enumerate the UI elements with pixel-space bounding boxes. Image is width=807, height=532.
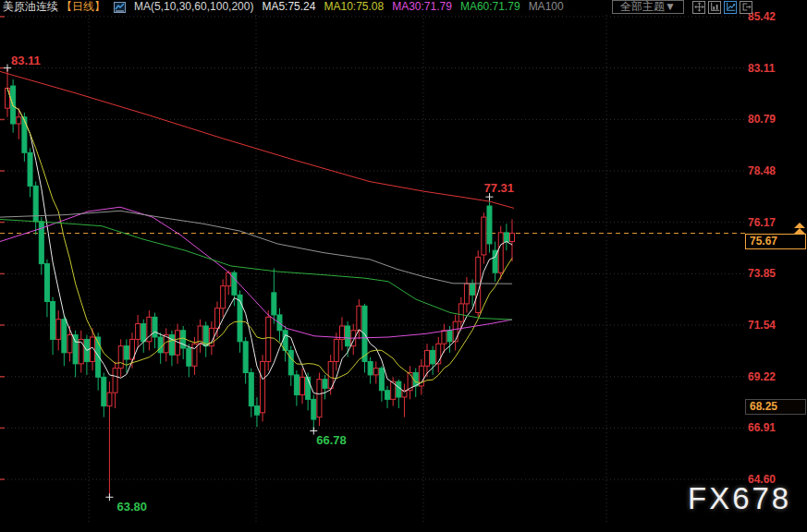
axis-label: 64.60	[748, 473, 776, 486]
extreme-label: 83.11	[11, 54, 41, 67]
axis-label: 83.11	[748, 62, 775, 75]
extreme-label: 77.31	[483, 181, 514, 195]
annotations: 83.1177.3166.7863.80	[4, 54, 514, 514]
price-chart-canvas[interactable]: 83.1177.3166.7863.80	[0, 0, 807, 532]
axis-label: 76.17	[748, 216, 776, 229]
ma-line-MA60	[0, 220, 512, 320]
axis-label: 69.22	[748, 370, 776, 383]
extreme-label: 63.80	[116, 500, 147, 514]
current-price-tag: 75.67	[745, 234, 806, 249]
legend-item: MA5:75.24	[262, 0, 315, 14]
ma-line-MA10	[7, 89, 512, 383]
axis-chart-icon[interactable]	[708, 1, 721, 14]
axis-label: 71.54	[748, 319, 776, 332]
axis-label: 78.48	[748, 164, 776, 177]
exit-chart-icon[interactable]	[740, 1, 752, 14]
settlement-price-tag: 68.25	[745, 399, 806, 415]
line-chart-icon[interactable]	[724, 1, 737, 14]
axis-label: 80.79	[748, 113, 776, 126]
axis-label: 66.91	[748, 421, 776, 434]
chart-header: 美原油连续【日线】 MA(5,10,30,60,100,200) MA5:75.…	[0, 0, 807, 14]
ma-legend: MA5:75.24MA10:75.08MA30:71.79MA60:71.79M…	[262, 0, 563, 14]
chart-app: 83.1177.3166.7863.80 美原油连续【日线】 MA(5,10,3…	[0, 0, 807, 532]
legend-item: MA100	[529, 0, 564, 14]
symbol-title: 美原油连续	[3, 0, 58, 14]
theme-dropdown[interactable]: 全部主题▼	[612, 0, 684, 14]
candles	[6, 68, 515, 498]
period-label: 【日线】	[61, 0, 105, 14]
move-icon[interactable]	[692, 1, 705, 14]
toolbar	[692, 1, 752, 14]
legend-item: MA30:71.79	[392, 0, 452, 14]
indicator-icon	[114, 2, 126, 13]
ma-line-MA200	[0, 71, 514, 208]
legend-item: MA10:75.08	[324, 0, 384, 14]
extreme-label: 66.78	[316, 433, 347, 447]
axis-label: 73.85	[748, 267, 776, 280]
ma-parameters: MA(5,10,30,60,100,200)	[134, 0, 253, 14]
legend-item: MA60:71.79	[460, 0, 520, 14]
price-axis: 85.4283.1180.7978.4876.1773.8571.5469.22…	[748, 0, 807, 532]
grid	[0, 15, 746, 523]
